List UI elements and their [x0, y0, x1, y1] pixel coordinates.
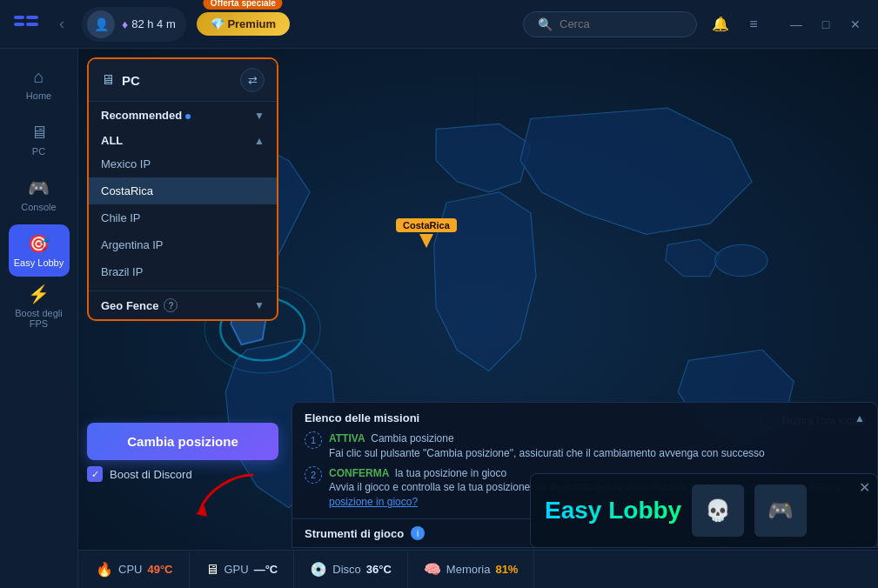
sidebar-item-pc[interactable]: 🖥 PC: [9, 113, 70, 165]
server-item-chile[interactable]: Chile IP: [89, 204, 277, 231]
premium-label: Premium: [227, 17, 276, 30]
server-item-mexico[interactable]: Mexico IP: [89, 150, 277, 177]
sidebar-item-easy-lobby[interactable]: 🎯 Easy Lobby: [9, 224, 70, 277]
hearts-badge: ♦ 82 h 4 m: [122, 17, 176, 31]
easy-lobby-card-title: Easy Lobby: [545, 497, 681, 525]
search-bar[interactable]: 🔍: [523, 11, 697, 37]
status-item-gpu: 🖥 GPU —°C: [190, 551, 295, 588]
mission-action-2: la tua posizione in gioco: [395, 467, 506, 479]
status-bar: 🔥 CPU 49°C 🖥 GPU —°C 💿 Disco 36°C 🧠 Memo…: [78, 550, 878, 588]
sidebar-item-console[interactable]: 🎮 Console: [9, 169, 70, 221]
discord-boost-checkbox[interactable]: ✓: [87, 466, 103, 482]
svg-point-4: [715, 244, 767, 276]
recommended-label: Recommended: [101, 109, 191, 122]
premium-button[interactable]: Offerta speciale 💎 Premium: [197, 12, 290, 36]
pin-triangle: [419, 234, 433, 248]
menu-icon[interactable]: ≡: [741, 11, 767, 37]
sidebar-item-label-console: Console: [21, 202, 56, 212]
tools-info-icon[interactable]: i: [411, 526, 425, 540]
maximize-button[interactable]: □: [814, 12, 838, 37]
svg-rect-3: [26, 23, 38, 26]
sidebar-item-boost-fps[interactable]: ⚡ Boost degli FPS: [9, 280, 70, 332]
sidebar-item-home[interactable]: ⌂ Home: [9, 57, 70, 110]
status-item-disco: 💿 Disco 36°C: [294, 551, 408, 588]
avatar: 👤: [87, 10, 115, 38]
profile-area: 👤 ♦ 82 h 4 m: [82, 7, 186, 42]
close-button[interactable]: ✕: [843, 12, 868, 37]
change-position-button[interactable]: Cambia posizione: [87, 423, 278, 460]
panel-header: 🖥 PC ⇄: [89, 59, 277, 102]
mission-num-1: 1: [305, 431, 322, 449]
mission-action-1: Cambia posizione: [371, 432, 453, 444]
heart-icon: ♦: [122, 17, 128, 31]
server-list: Mexico IP CostaRica Chile IP Argentina I…: [89, 150, 277, 291]
offerta-badge: Offerta speciale: [204, 0, 283, 10]
search-icon: 🔍: [538, 17, 553, 31]
tools-label: Strumenti di gioco: [305, 527, 404, 540]
missions-title: Elenco delle missioni: [305, 411, 419, 424]
mission-num-2: 2: [305, 466, 322, 484]
notification-icon[interactable]: 🔔: [707, 11, 734, 37]
mission-highlight-1: ATTIVA: [329, 432, 365, 444]
memoria-value: 81%: [495, 563, 518, 576]
nav-back-button[interactable]: ‹: [52, 11, 71, 37]
home-icon: ⌂: [33, 67, 44, 87]
pc-icon: 🖥: [30, 123, 48, 143]
server-item-argentina[interactable]: Argentina IP: [89, 231, 277, 258]
sidebar-item-label-boost-fps: Boost degli FPS: [9, 308, 70, 329]
console-icon: 🎮: [28, 177, 50, 198]
boost-fps-icon: ⚡: [28, 284, 50, 304]
panel-title-row: 🖥 PC: [101, 72, 140, 88]
mission-item-1: 1 ATTIVA Cambia posizione Fai clic sul p…: [305, 431, 865, 461]
logo: [10, 9, 42, 40]
geo-fence-header[interactable]: Geo Fence ? ▼: [89, 291, 277, 319]
discord-boost-area: ✓ Boost di Discord: [87, 466, 192, 482]
cpu-value: 49°C: [147, 563, 172, 576]
all-section-header[interactable]: ALL ▲: [89, 129, 277, 150]
main-layout: ⌂ Home 🖥 PC 🎮 Console 🎯 Easy Lobby ⚡ Boo…: [0, 49, 878, 588]
window-controls: — □ ✕: [784, 12, 868, 37]
status-item-memoria: 🧠 Memoria 81%: [408, 551, 535, 588]
server-item-brazil[interactable]: Brazil IP: [89, 258, 277, 285]
memoria-label: Memoria: [446, 563, 491, 576]
svg-rect-2: [26, 16, 38, 19]
cpu-label: CPU: [118, 563, 142, 576]
sidebar-item-label-pc: PC: [32, 146, 45, 157]
server-list-inner: Mexico IP CostaRica Chile IP Argentina I…: [89, 150, 277, 291]
disco-value: 36°C: [366, 563, 392, 576]
refresh-button[interactable]: ⇄: [240, 68, 265, 92]
geo-fence-help-icon[interactable]: ?: [164, 298, 178, 312]
easy-lobby-card: Easy Lobby 💀 🎮 ✕: [530, 473, 878, 548]
minimize-button[interactable]: —: [784, 12, 808, 37]
change-position-area: Cambia posizione: [87, 423, 278, 460]
gpu-label: GPU: [225, 563, 249, 576]
map-pin: CostaRica: [396, 218, 457, 248]
topbar-icons: 🔔 ≡: [707, 11, 767, 37]
all-chevron-icon: ▲: [254, 135, 265, 147]
search-input[interactable]: [560, 17, 673, 30]
mission-highlight-2: CONFERMA: [329, 467, 389, 479]
memoria-icon: 🧠: [424, 561, 441, 578]
panel-pc-icon: 🖥: [101, 72, 115, 88]
server-item-costarica[interactable]: CostaRica: [89, 177, 277, 204]
server-panel: 🖥 PC ⇄ Recommended ▼ ALL ▲ Mexico I: [87, 57, 278, 321]
easy-lobby-thumb-2: 🎮: [754, 484, 807, 537]
easy-lobby-icon: 🎯: [28, 233, 50, 254]
recommended-dot: [185, 114, 191, 119]
easy-lobby-close-button[interactable]: ✕: [859, 479, 870, 496]
all-label: ALL: [101, 134, 123, 147]
profile-icon: 👤: [94, 17, 109, 31]
disco-label: Disco: [332, 563, 361, 576]
time-display: 82 h 4 m: [131, 17, 176, 30]
gpu-icon: 🖥: [205, 562, 219, 578]
geo-fence-chevron-icon: ▼: [254, 299, 265, 311]
pin-label: CostaRica: [396, 218, 457, 232]
recommended-section-header[interactable]: Recommended ▼: [89, 102, 277, 129]
mission-desc-1: Fai clic sul pulsante "Cambia posizione"…: [329, 447, 765, 459]
gpu-value: —°C: [254, 563, 278, 576]
mission-text-1: ATTIVA Cambia posizione Fai clic sul pul…: [329, 431, 765, 461]
svg-rect-0: [14, 16, 24, 19]
svg-rect-1: [14, 23, 24, 26]
recommended-chevron-icon: ▼: [254, 110, 265, 122]
sidebar-item-label-easy-lobby: Easy Lobby: [14, 257, 64, 268]
